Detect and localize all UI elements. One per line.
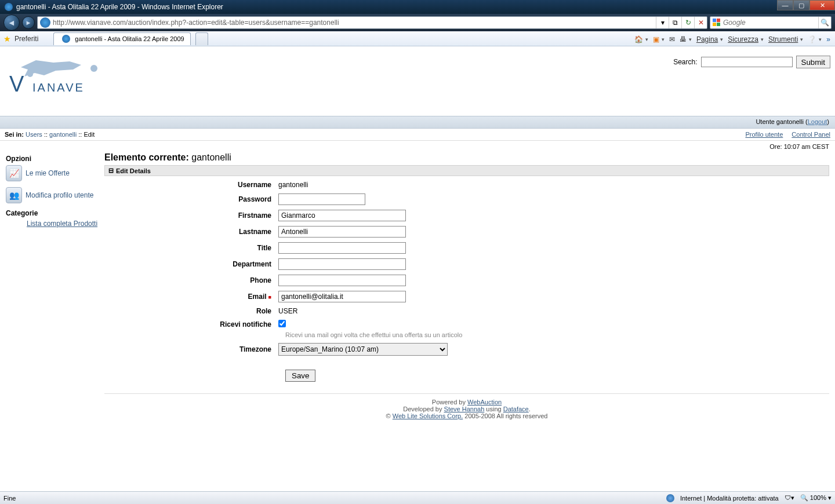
favorites-star-icon[interactable]: ★ [3,34,11,43]
window-maximize-button[interactable]: ▢ [793,0,809,10]
compat-view-button[interactable]: ⧉ [669,17,681,28]
browser-navbar: ◄ ► ▾ ⧉ ↻ ✕ 🔍 [0,14,835,31]
svg-rect-3 [717,23,720,26]
tab-favicon [62,35,70,43]
refresh-button[interactable]: ↻ [681,17,694,28]
favorites-label[interactable]: Preferiti [14,35,38,43]
command-bar: 🏠 ▣ ✉ 🖶 Pagina Sicurezza Strumenti ❔ » [634,32,830,46]
page-menu[interactable]: Pagina [696,35,723,43]
tools-menu[interactable]: Strumenti [768,35,803,43]
back-button[interactable]: ◄ [3,14,20,31]
google-icon [713,19,721,27]
browser-search[interactable]: 🔍 [710,16,832,29]
svg-rect-0 [713,19,716,22]
browser-search-button[interactable]: 🔍 [818,17,831,28]
browser-tab-active[interactable]: gantonelli - Asta Olitalia 22 Aprile 200… [53,32,190,45]
safety-menu[interactable]: Sicurezza [728,35,764,43]
tab-title: gantonelli - Asta Olitalia 22 Aprile 200… [75,35,184,42]
address-bar[interactable]: ▾ ⧉ ↻ ✕ [37,16,707,29]
window-titlebar: gantonelli - Asta Olitalia 22 Aprile 200… [0,0,835,14]
address-dropdown-button[interactable]: ▾ [656,17,669,28]
address-input[interactable] [53,19,656,27]
browser-search-input[interactable] [723,19,818,27]
home-button[interactable]: 🏠 [634,35,648,43]
svg-rect-2 [713,23,716,26]
page-icon [40,17,50,28]
ie-icon [5,3,13,11]
print-button[interactable]: 🖶 [680,35,692,43]
stop-button[interactable]: ✕ [694,17,707,28]
window-minimize-button[interactable]: — [777,0,793,10]
toolbar-overflow[interactable]: » [826,35,830,43]
window-close-button[interactable]: ✕ [809,0,835,10]
help-button[interactable]: ❔ [808,35,822,43]
new-tab-button[interactable] [195,32,208,45]
window-title: gantonelli - Asta Olitalia 22 Aprile 200… [16,3,223,11]
forward-button[interactable]: ► [22,16,35,29]
feeds-button[interactable]: ▣ [653,35,665,43]
read-mail-button[interactable]: ✉ [669,35,675,43]
svg-rect-1 [717,19,720,22]
